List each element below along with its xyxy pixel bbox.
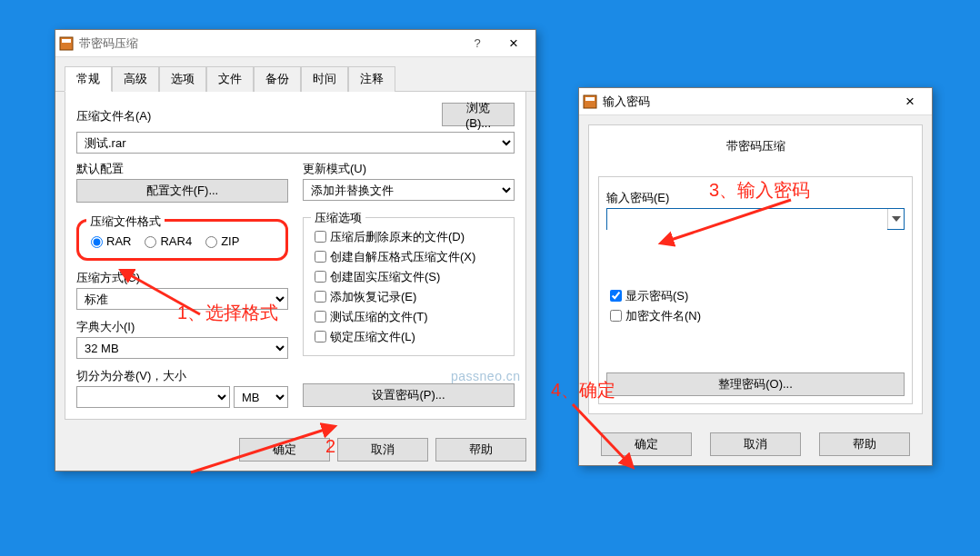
app-icon — [583, 94, 597, 109]
filename-label: 压缩文件名(A) — [76, 108, 435, 124]
help-button-footer[interactable]: 帮助 — [435, 438, 526, 462]
help-button-footer[interactable]: 帮助 — [819, 432, 910, 456]
password-field[interactable] — [607, 209, 887, 231]
password-label: 输入密码(E) — [606, 190, 905, 206]
close-button[interactable]: × — [892, 89, 928, 114]
compress-dialog: 带密码压缩 ? × 常规 高级 选项 文件 备份 时间 注释 压缩文件名(A) … — [55, 29, 536, 472]
tab-options[interactable]: 选项 — [159, 66, 206, 92]
close-button[interactable]: × — [495, 31, 532, 56]
window-title: 输入密码 — [603, 94, 892, 110]
tab-general[interactable]: 常规 — [65, 66, 112, 92]
profile-button[interactable]: 配置文件(F)... — [76, 179, 288, 203]
password-dialog: 输入密码 × 带密码压缩 输入密码(E) 显示密码(S) 加密文件名(N) 整理… — [578, 87, 933, 466]
titlebar: 输入密码 × — [579, 88, 932, 115]
ok-button[interactable]: 确定 — [239, 438, 330, 462]
update-label: 更新模式(U) — [303, 161, 515, 177]
split-size-input[interactable] — [76, 386, 230, 408]
watermark: passneo.cn — [451, 369, 521, 383]
tab-backup[interactable]: 备份 — [254, 66, 301, 92]
opt-lock[interactable]: 锁定压缩文件(L) — [311, 328, 506, 345]
help-button[interactable]: ? — [459, 31, 495, 56]
password-group: 输入密码(E) 显示密码(S) 加密文件名(N) 整理密码(O)... — [598, 176, 913, 404]
format-group: 压缩文件格式 RAR RAR4 ZIP — [76, 219, 288, 261]
opt-recovery[interactable]: 添加恢复记录(E) — [311, 288, 506, 305]
dict-select[interactable]: 32 MB — [76, 337, 288, 359]
opt-test[interactable]: 测试压缩的文件(T) — [311, 308, 506, 325]
window-title: 带密码压缩 — [79, 35, 459, 52]
dialog-footer: 确定 取消 帮助 — [55, 429, 535, 471]
tab-time[interactable]: 时间 — [301, 66, 348, 92]
opt-sfx[interactable]: 创建自解压格式压缩文件(X) — [311, 248, 506, 265]
tab-files[interactable]: 文件 — [206, 66, 254, 92]
opt-delete[interactable]: 压缩后删除原来的文件(D) — [311, 228, 506, 245]
cancel-button[interactable]: 取消 — [710, 432, 801, 456]
cancel-button[interactable]: 取消 — [337, 438, 428, 462]
default-config-label: 默认配置 — [76, 161, 288, 177]
options-group: 压缩选项 压缩后删除原来的文件(D) 创建自解压格式压缩文件(X) 创建固实压缩… — [303, 217, 515, 356]
browse-button[interactable]: 浏览(B)... — [442, 103, 515, 126]
opt-solid[interactable]: 创建固实压缩文件(S) — [311, 268, 506, 285]
update-select[interactable]: 添加并替换文件 — [303, 179, 515, 201]
radio-rar4[interactable]: RAR4 — [140, 233, 192, 248]
dict-label: 字典大小(I) — [76, 319, 288, 335]
dialog-footer: 确定 取消 帮助 — [579, 423, 932, 465]
password-input[interactable] — [606, 208, 905, 230]
tab-advanced[interactable]: 高级 — [112, 66, 159, 92]
dialog-header: 带密码压缩 — [589, 125, 922, 167]
options-group-title: 压缩选项 — [311, 210, 365, 226]
ok-button[interactable]: 确定 — [601, 432, 692, 456]
split-label: 切分为分卷(V)，大小 — [76, 368, 288, 384]
svg-rect-1 — [62, 39, 71, 43]
set-password-button[interactable]: 设置密码(P)... — [303, 383, 515, 407]
tab-bar: 常规 高级 选项 文件 备份 时间 注释 — [55, 57, 535, 92]
show-password-check[interactable]: 显示密码(S) — [606, 287, 905, 304]
filename-input[interactable]: 测试.rar — [76, 132, 515, 154]
format-group-title: 压缩文件格式 — [86, 213, 165, 230]
radio-rar[interactable]: RAR — [86, 233, 131, 248]
password-dropdown-icon[interactable] — [887, 209, 904, 229]
tab-comment[interactable]: 注释 — [348, 66, 395, 92]
split-unit-select[interactable]: MB — [234, 386, 288, 408]
manage-passwords-button[interactable]: 整理密码(O)... — [606, 372, 905, 396]
app-icon — [59, 36, 74, 51]
method-label: 压缩方式(C) — [76, 270, 288, 286]
svg-rect-3 — [585, 97, 595, 101]
svg-marker-4 — [892, 216, 901, 222]
encrypt-names-check[interactable]: 加密文件名(N) — [606, 307, 905, 324]
method-select[interactable]: 标准 — [76, 288, 288, 310]
radio-zip[interactable]: ZIP — [201, 233, 239, 248]
titlebar: 带密码压缩 ? × — [55, 30, 535, 57]
